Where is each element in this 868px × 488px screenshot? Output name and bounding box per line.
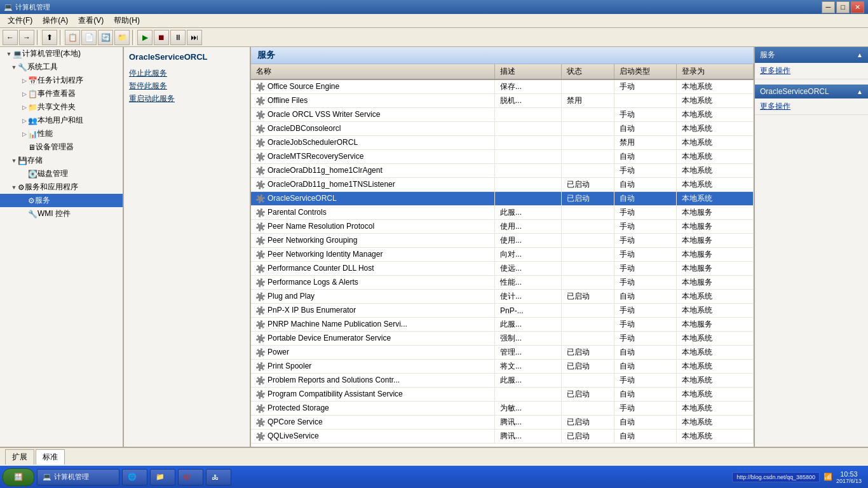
tree-system-tools[interactable]: ▼ 🔧 系统工具: [0, 60, 123, 74]
tab-standard[interactable]: 标准: [36, 449, 65, 464]
table-row[interactable]: Protected Storage为敏...手动本地系统: [251, 402, 754, 416]
table-row[interactable]: Problem Reports and Solutions Contr...此服…: [251, 374, 754, 388]
expand-services-apps[interactable]: ▼: [10, 184, 18, 191]
table-row[interactable]: Peer Name Resolution Protocol使用...手动本地服务: [251, 220, 754, 234]
expand-shared-folders[interactable]: ▷: [20, 104, 28, 111]
start-button[interactable]: 🪟: [3, 468, 34, 486]
table-row[interactable]: Peer Networking Identity Manager向对...手动本…: [251, 248, 754, 262]
tree-services[interactable]: ⚙ 服务: [0, 194, 123, 207]
paste-button[interactable]: 📄: [81, 30, 97, 45]
table-row[interactable]: QQLiveService腾讯...已启动自动本地系统: [251, 430, 754, 444]
col-status[interactable]: 状态: [562, 64, 614, 79]
tree-task-scheduler[interactable]: ▷ 📅 任务计划程序: [0, 74, 123, 87]
ops-more-actions-services[interactable]: 更多操作: [755, 63, 868, 79]
tree-storage[interactable]: ▼ 💾 存储: [0, 154, 123, 167]
stop-button[interactable]: ⏹: [154, 30, 169, 45]
taskbar-network[interactable]: 🖧: [206, 469, 231, 485]
expand-local-users[interactable]: ▷: [20, 117, 28, 125]
stop-service-action[interactable]: 停止此服务: [129, 68, 245, 79]
tree-shared-folders[interactable]: ▷ 📁 共享文件夹: [0, 100, 123, 114]
table-row[interactable]: Offline Files脱机...禁用本地系统: [251, 94, 754, 108]
table-row[interactable]: OracleOraDb11g_home1TNSListener已启动自动本地系统: [251, 178, 754, 192]
taskbar-computer-mgmt[interactable]: 💻 计算机管理: [37, 469, 119, 485]
service-row-name: Plug and Play: [251, 290, 494, 304]
service-row-name: Oracle ORCL VSS Writer Service: [251, 108, 494, 122]
table-row[interactable]: PnP-X IP Bus EnumeratorPnP-...手动本地系统: [251, 304, 754, 318]
minimize-button[interactable]: ─: [822, 1, 835, 13]
table-row[interactable]: PNRP Machine Name Publication Servi...此服…: [251, 318, 754, 332]
tree-performance[interactable]: ▷ 📊 性能: [0, 127, 123, 140]
back-button[interactable]: ←: [3, 30, 18, 45]
ops-collapse-services[interactable]: ▲: [857, 51, 863, 58]
tree-root[interactable]: ▼ 💻 计算机管理(本地): [0, 47, 123, 60]
expand-system-tools[interactable]: ▼: [10, 64, 18, 71]
table-row[interactable]: Parental Controls此服...手动本地服务: [251, 206, 754, 220]
folder-button[interactable]: 📁: [114, 30, 130, 45]
table-row[interactable]: OracleDBConsoleorcl自动本地系统: [251, 122, 754, 136]
table-row[interactable]: Plug and Play使计...已启动自动本地系统: [251, 290, 754, 304]
table-row[interactable]: Performance Logs & Alerts性能...手动本地服务: [251, 276, 754, 290]
close-button[interactable]: ✕: [851, 1, 864, 13]
expand-root[interactable]: ▼: [5, 50, 13, 58]
window-icon: 💻: [4, 3, 13, 11]
expand-disk-management[interactable]: [20, 170, 28, 178]
table-row[interactable]: OracleServiceORCL已启动自动本地系统: [251, 192, 754, 206]
service-row-startup: 手动: [614, 276, 677, 290]
table-row[interactable]: QPCore Service腾讯...已启动自动本地系统: [251, 416, 754, 430]
tree-local-users[interactable]: ▷ 👥 本地用户和组: [0, 114, 123, 127]
taskbar-ie[interactable]: 🌐: [122, 469, 147, 485]
table-row[interactable]: Performance Counter DLL Host使远...手动本地服务: [251, 262, 754, 276]
refresh-button[interactable]: 🔄: [98, 30, 113, 45]
col-login[interactable]: 登录为: [677, 64, 754, 79]
service-row-name: Performance Logs & Alerts: [251, 276, 494, 290]
table-row[interactable]: Print Spooler将文...已启动自动本地系统: [251, 360, 754, 374]
menu-help[interactable]: 帮助(H): [109, 14, 145, 27]
table-row[interactable]: Power管理...已启动自动本地系统: [251, 346, 754, 360]
service-row-login: 本地系统: [677, 122, 754, 136]
taskbar-wps[interactable]: W: [178, 469, 203, 485]
taskbar-file-manager[interactable]: 📁: [150, 469, 175, 485]
tree-disk-management[interactable]: 💽 磁盘管理: [0, 167, 123, 180]
col-desc[interactable]: 描述: [494, 64, 562, 79]
expand-performance[interactable]: ▷: [20, 130, 28, 138]
wmi-icon: 🔧: [28, 210, 37, 219]
tree-event-viewer[interactable]: ▷ 📋 事件查看器: [0, 87, 123, 100]
table-row[interactable]: OracleMTSRecoveryService自动本地系统: [251, 150, 754, 164]
col-startup[interactable]: 启动类型: [614, 64, 677, 79]
table-row[interactable]: OracleJobSchedulerORCL禁用本地系统: [251, 136, 754, 150]
restart-button[interactable]: ⏭: [187, 30, 202, 45]
tree-device-manager[interactable]: 🖥 设备管理器: [0, 140, 123, 154]
table-row[interactable]: OracleOraDb11g_home1ClrAgent手动本地系统: [251, 164, 754, 178]
pause-service-action[interactable]: 暂停此服务: [129, 81, 245, 92]
services-table-container[interactable]: 名称 描述 状态 启动类型 登录为 Office Source Engine保存…: [251, 64, 754, 447]
pause-button[interactable]: ⏸: [170, 30, 186, 45]
expand-storage[interactable]: ▼: [10, 157, 18, 165]
tree-wmi[interactable]: 🔧 WMI 控件: [0, 207, 123, 220]
menu-file[interactable]: 文件(F): [3, 14, 37, 27]
ops-collapse-oracle[interactable]: ▲: [857, 88, 863, 95]
col-name[interactable]: 名称: [251, 64, 494, 79]
service-row-name: Print Spooler: [251, 360, 494, 374]
maximize-button[interactable]: □: [836, 1, 850, 13]
tree-services-apps[interactable]: ▼ ⚙ 服务和应用程序: [0, 180, 123, 194]
ops-more-actions-oracle[interactable]: 更多操作: [755, 98, 868, 115]
expand-services[interactable]: [20, 197, 28, 205]
table-row[interactable]: Program Compatibility Assistant Service已…: [251, 388, 754, 402]
table-row[interactable]: Portable Device Enumerator Service强制...手…: [251, 332, 754, 346]
expand-wmi[interactable]: [20, 210, 28, 218]
expand-task-scheduler[interactable]: ▷: [20, 77, 28, 85]
menu-view[interactable]: 查看(V): [73, 14, 109, 27]
menu-action[interactable]: 操作(A): [37, 14, 73, 27]
expand-device-manager[interactable]: [20, 144, 28, 151]
restart-service-action[interactable]: 重启动此服务: [129, 93, 245, 104]
table-row[interactable]: Peer Networking Grouping使用...手动本地服务: [251, 234, 754, 248]
table-row[interactable]: Oracle ORCL VSS Writer Service手动本地系统: [251, 108, 754, 122]
tab-expand[interactable]: 扩展: [5, 449, 34, 464]
up-button[interactable]: ⬆: [42, 30, 57, 45]
expand-event-viewer[interactable]: ▷: [20, 90, 28, 98]
play-button[interactable]: ▶: [137, 30, 153, 45]
copy-button[interactable]: 📋: [65, 30, 80, 45]
service-row-startup: 自动: [614, 430, 677, 444]
table-row[interactable]: Office Source Engine保存...手动本地系统: [251, 79, 754, 94]
forward-button[interactable]: →: [19, 30, 34, 45]
